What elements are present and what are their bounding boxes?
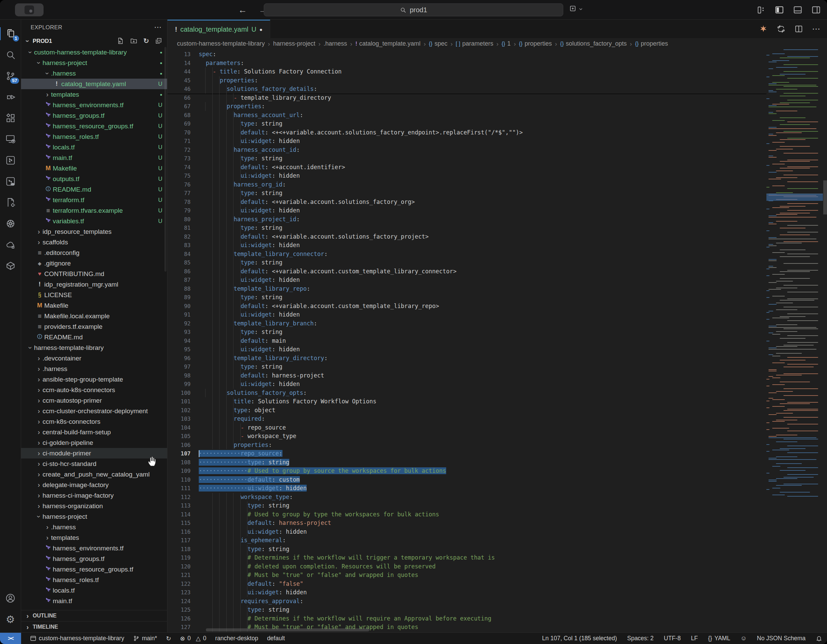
code-line[interactable]: 126# Determines if the workflow will req… [167, 614, 766, 623]
code-line[interactable]: 91ui:widget: hidden [167, 310, 766, 319]
activitybar-run-debug[interactable] [0, 86, 21, 108]
activitybar-explorer[interactable]: 1 [0, 23, 21, 44]
code-line[interactable]: 102type: object [167, 406, 766, 415]
refresh-icon[interactable]: ↻ [143, 37, 149, 45]
code-line[interactable]: 125type: string [167, 605, 766, 614]
breadcrumb-item[interactable]: harness-project [273, 40, 315, 47]
explorer-section-prod1[interactable]: › PROD1 ↻ [21, 35, 167, 47]
sparkle-icon[interactable] [759, 25, 768, 33]
code-line[interactable]: 95ui:widget: hidden [167, 345, 766, 354]
code-line[interactable]: 112workspace_type: [167, 493, 766, 502]
tree-item[interactable]: ›templates [21, 532, 167, 543]
code-line[interactable]: 110··············default: custom [167, 475, 766, 485]
tree-item[interactable]: ›central-build-farm-setup [21, 427, 167, 438]
tree-item[interactable]: ›harness-ci-image-factory [21, 490, 167, 501]
tree-item[interactable]: ›harness-project [21, 511, 167, 522]
code-line[interactable]: 96template_library_directory: [167, 354, 766, 363]
notifications-button[interactable] [816, 635, 822, 642]
code-line[interactable]: 124requires_approval: [167, 597, 766, 606]
tree-item[interactable]: README.mdU [21, 184, 167, 195]
tree-item[interactable]: locals.tfU [21, 142, 167, 153]
horizontal-scrollbar[interactable] [206, 628, 369, 631]
code-line[interactable]: 105- workspace_type [167, 432, 766, 441]
status-branch[interactable]: main* [133, 635, 157, 642]
tree-item[interactable]: harness_resource_groups.tfU [21, 121, 167, 131]
tree-item[interactable]: main.tf [21, 596, 167, 606]
code-line[interactable]: 122default: "false" [167, 580, 766, 589]
tree-item[interactable]: ›custom-harness-template-library● [21, 47, 167, 58]
code-line[interactable]: 86default: <+variable.account.custom_tem… [167, 267, 766, 276]
tree-item[interactable]: terraform.tfU [21, 195, 167, 205]
status-repo[interactable]: custom-harness-template-library [30, 635, 124, 642]
tree-item[interactable]: ≡Makefile.local.example [21, 311, 167, 321]
tree-item[interactable]: §LICENSE [21, 290, 167, 300]
outline-panel-header[interactable]: › OUTLINE [21, 610, 167, 621]
code-line[interactable]: 99ui:widget: hidden [167, 380, 766, 389]
code-line[interactable]: 93type: string [167, 328, 766, 337]
code-line[interactable]: 107············repo_source: [167, 449, 766, 458]
tree-item[interactable]: ›idp_resource_templates [21, 227, 167, 237]
history-back-button[interactable]: ← [238, 5, 247, 15]
code-line[interactable]: 120# deleted upon completion. Resources … [167, 562, 766, 571]
vertical-scrollbar[interactable] [823, 180, 827, 214]
tree-item[interactable]: ◆.gitignore [21, 258, 167, 269]
remote-indicator[interactable]: >< [0, 633, 21, 644]
tree-item[interactable]: harness_roles.tfU [21, 131, 167, 142]
code-line[interactable]: 66- template_library_directory [167, 94, 766, 102]
status-encoding[interactable]: UTF-8 [664, 635, 681, 642]
code-line[interactable]: 103required: [167, 414, 766, 424]
status-problems[interactable]: ⊗0 △0 [180, 635, 206, 642]
code-line[interactable]: 113type: string [167, 502, 766, 510]
activitybar-containers[interactable] [0, 255, 21, 277]
breadcrumb-item[interactable]: {}properties [635, 40, 668, 47]
activitybar-terraform-cloud[interactable] [0, 171, 21, 192]
tree-item[interactable]: ≡terraform.tfvars.exampleU [21, 205, 167, 216]
code-line[interactable]: 89type: string [167, 293, 766, 302]
activitybar-search[interactable] [0, 44, 21, 66]
activitybar-infra-file[interactable] [0, 192, 21, 213]
new-file-icon[interactable] [117, 37, 124, 45]
new-window-button[interactable] [569, 5, 583, 13]
status-eol[interactable]: LF [691, 635, 697, 642]
code-line[interactable]: 44- title: Solutions Factory Connection [167, 67, 766, 76]
sync-changes-icon[interactable] [777, 25, 785, 33]
code-line[interactable]: 100solutions_factory_opts: [167, 389, 766, 397]
status-sync[interactable]: ↻ [166, 635, 171, 642]
activitybar-source-control[interactable]: 57 [0, 66, 21, 86]
breadcrumb-item[interactable]: {}properties [519, 40, 552, 47]
status-indentation[interactable]: Spaces: 2 [627, 635, 654, 642]
new-folder-icon[interactable] [130, 37, 137, 45]
status-language[interactable]: {}YAML [708, 635, 730, 642]
code-line[interactable]: 116ui:widget: hidden [167, 528, 766, 536]
tree-item[interactable]: ›delegate-image-factory [21, 480, 167, 490]
tree-item[interactable]: MMakefileU [21, 163, 167, 174]
tree-item[interactable]: ›.devcontainer [21, 353, 167, 364]
timeline-panel-header[interactable]: › TIMELINE [21, 621, 167, 632]
code-line[interactable]: 80harness_project_id: [167, 215, 766, 224]
code-line[interactable]: 106properties: [167, 441, 766, 450]
tree-item[interactable]: ›ccm-autostop-primer [21, 395, 167, 406]
code-line[interactable]: 76harness_org_id: [167, 180, 766, 189]
code-line[interactable]: 119# Determines if the workflow will tri… [167, 553, 766, 562]
code-line[interactable]: 98default: harness-project [167, 371, 766, 380]
tree-item[interactable]: harness_environments.tf [21, 543, 167, 553]
breadcrumb-item[interactable]: .harness [324, 40, 347, 47]
command-center-search[interactable]: prod1 [264, 3, 563, 16]
tree-item[interactable]: ›harness-template-library [21, 342, 167, 353]
tree-item[interactable]: ›ci-golden-pipeline [21, 438, 167, 448]
window-control-pill[interactable] [15, 3, 44, 16]
toggle-primary-sidebar-icon[interactable] [775, 5, 784, 15]
code-area[interactable]: 13spec:14parameters:44- title: Solutions… [167, 49, 827, 632]
editor-more-actions[interactable]: ⋯ [812, 24, 820, 34]
code-line[interactable]: 108··············type: string [167, 458, 766, 467]
code-line[interactable]: 81type: string [167, 224, 766, 233]
tree-item[interactable]: main.tfU [21, 153, 167, 163]
tree-item[interactable]: ›ci-module-primer [21, 448, 167, 458]
tree-item[interactable]: harness_resource_groups.tf [21, 564, 167, 575]
tree-item[interactable]: harness_roles.tf [21, 575, 167, 585]
code-line[interactable]: 87ui:widget: hidden [167, 276, 766, 284]
code-line[interactable]: 72harness_account_id: [167, 146, 766, 155]
tree-item[interactable]: ›ansible-step-group-template [21, 374, 167, 385]
collapse-all-icon[interactable] [155, 37, 162, 45]
tree-item[interactable]: ≡.editorconfig [21, 247, 167, 258]
